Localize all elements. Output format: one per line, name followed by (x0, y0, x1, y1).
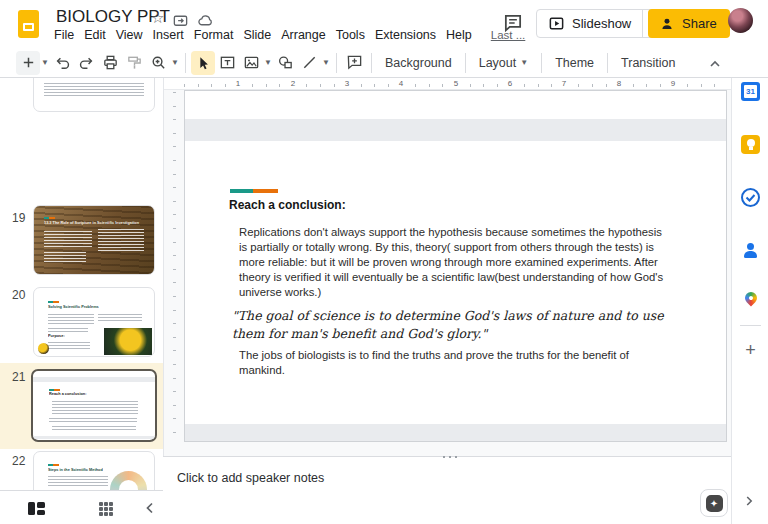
background-button[interactable]: Background (377, 52, 460, 74)
slides-logo[interactable] (18, 10, 39, 38)
insert-shape-button[interactable] (273, 51, 297, 75)
toolbar-separator (607, 53, 608, 73)
add-comment-icon (346, 54, 363, 71)
slide-quote-text[interactable]: "The goal of science is to determine God… (232, 307, 684, 343)
menu-help[interactable]: Help (441, 26, 477, 44)
paint-format-button[interactable] (122, 51, 146, 75)
get-addons-button[interactable]: + (740, 340, 761, 361)
slide-thumbnail-19[interactable]: 13.3 The Role of Scripture in Scientific… (33, 205, 155, 275)
text-box-button[interactable] (215, 51, 239, 75)
chevron-up-icon (708, 57, 722, 71)
star-icon[interactable]: ☆ (151, 9, 164, 27)
zoom-dropdown[interactable]: ▼ (170, 58, 180, 67)
menu-view[interactable]: View (111, 26, 148, 44)
zoom-button[interactable] (146, 51, 170, 75)
thumbnail-title: Solving Scientific Problems (48, 305, 99, 309)
slide-number: 22 (12, 454, 25, 468)
insert-line-button[interactable] (297, 51, 321, 75)
collapse-filmstrip-button[interactable] (141, 499, 159, 517)
line-icon (301, 54, 318, 71)
current-slide[interactable]: Reach a conclusion: Replications don't a… (184, 90, 727, 442)
plus-icon (21, 55, 36, 70)
keep-app-button[interactable] (741, 135, 760, 154)
maps-app-button[interactable] (741, 290, 760, 309)
slide-top-band (185, 119, 726, 141)
slide-filmstrip: 19 13.3 The Role of Scripture in Scienti… (0, 78, 163, 490)
person-icon (659, 16, 675, 32)
transition-button[interactable]: Transition (613, 52, 683, 74)
thumbnail-image (104, 328, 152, 355)
thumbnail-text-lines (44, 83, 144, 97)
vertical-ruler (173, 92, 176, 444)
gemini-button[interactable]: ✦ (700, 489, 728, 517)
menu-extensions[interactable]: Extensions (370, 26, 441, 44)
calendar-app-button[interactable]: 31 (741, 82, 760, 101)
menu-edit[interactable]: Edit (79, 26, 111, 44)
insert-image-dropdown[interactable]: ▼ (263, 58, 273, 67)
undo-icon (54, 54, 71, 71)
thumbnail-text-lines (44, 252, 86, 263)
speaker-notes-panel[interactable]: Click to add speaker notes ✦ (163, 456, 731, 524)
slide-thumbnail-22[interactable]: Steps in the Scientific Method (33, 451, 155, 490)
hide-side-panel-button[interactable] (741, 493, 759, 511)
contacts-icon (744, 251, 757, 258)
slideshow-button[interactable]: Slideshow (537, 10, 642, 37)
slide-body-text[interactable]: Replications don't always support the hy… (239, 225, 673, 300)
thumbnail-text-lines (48, 314, 94, 325)
menu-file[interactable]: File (49, 26, 79, 44)
select-tool-button[interactable] (191, 51, 215, 75)
filmstrip-view-button[interactable] (28, 502, 45, 515)
menu-arrange[interactable]: Arrange (276, 26, 330, 44)
account-avatar[interactable] (728, 8, 753, 33)
print-button[interactable] (98, 51, 122, 75)
share-button[interactable]: Share (648, 9, 730, 38)
slide-heading[interactable]: Reach a conclusion: (229, 198, 346, 212)
open-comments-button[interactable] (502, 12, 524, 34)
ruler-number: 7 (559, 79, 569, 88)
ruler-number: 2 (288, 79, 298, 88)
theme-button[interactable]: Theme (547, 52, 602, 74)
contacts-icon (747, 243, 754, 250)
toolbar-separator (465, 53, 466, 73)
slide-thumbnail-20[interactable]: Solving Scientific Problems Purpose: (33, 287, 155, 357)
slideshow-label: Slideshow (572, 16, 631, 31)
ruler-number: 5 (451, 79, 461, 88)
filmstrip-view-icon (37, 502, 45, 508)
insert-comment-button[interactable] (342, 51, 366, 75)
slide-canvas-area: 1 2 3 4 5 6 7 8 9 Reach a conclusion: Re… (163, 78, 731, 456)
app-header: BIOLOGY PPT ☆ File Edit View Insert Form… (0, 0, 768, 48)
chevron-left-icon (141, 499, 159, 517)
horizontal-ruler: 1 2 3 4 5 6 7 8 9 (164, 78, 732, 90)
cursor-icon (195, 55, 211, 71)
menu-insert[interactable]: Insert (148, 26, 189, 44)
new-slide-button[interactable] (16, 51, 40, 75)
redo-button[interactable] (74, 51, 98, 75)
thumbnail-text-lines (48, 342, 90, 350)
notes-resize-handle[interactable] (440, 453, 457, 459)
slide-thumbnail-21[interactable]: Reach a conclusion: (31, 369, 157, 442)
new-slide-dropdown[interactable]: ▼ (40, 58, 50, 67)
grid-view-button[interactable] (99, 502, 113, 516)
hide-menus-button[interactable] (703, 52, 727, 76)
menu-slide[interactable]: Slide (238, 26, 276, 44)
slide-thumbnail-18[interactable] (33, 78, 155, 112)
tasks-app-button[interactable] (741, 188, 760, 207)
slide-closing-text[interactable]: The jobs of biologists is to find the tr… (239, 348, 673, 378)
keep-icon (749, 147, 753, 150)
slides-logo-glyph (23, 23, 34, 31)
undo-button[interactable] (50, 51, 74, 75)
insert-image-button[interactable] (239, 51, 263, 75)
menu-format[interactable]: Format (189, 26, 239, 44)
thumbnail-text-lines (48, 476, 108, 488)
thumbnail-divider (48, 464, 59, 466)
slide-bottom-band (185, 424, 726, 441)
contacts-app-button[interactable] (741, 241, 760, 260)
menu-tools[interactable]: Tools (331, 26, 370, 44)
insert-line-dropdown[interactable]: ▼ (321, 58, 331, 67)
speaker-notes-placeholder[interactable]: Click to add speaker notes (177, 471, 324, 485)
print-icon (102, 54, 119, 71)
tasks-check-icon (743, 190, 758, 205)
toolbar-separator (336, 53, 337, 73)
thumbnail-image-small (38, 343, 49, 354)
layout-button[interactable]: Layout ▼ (471, 52, 536, 74)
